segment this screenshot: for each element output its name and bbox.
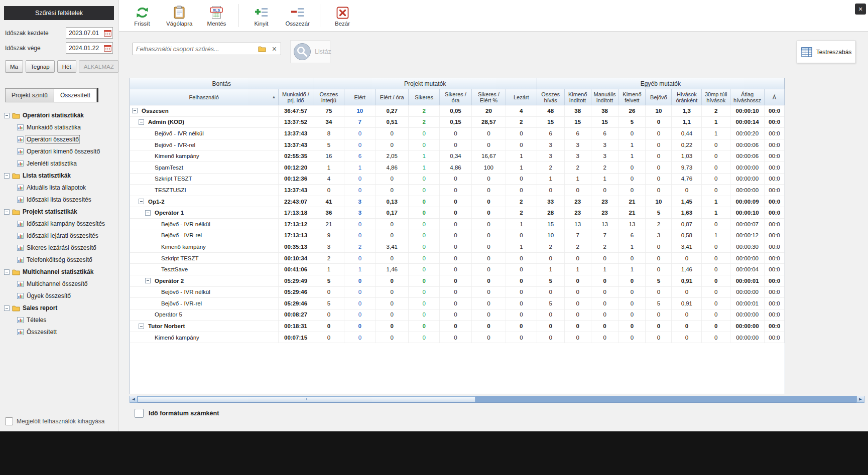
collapse-group-icon[interactable] <box>4 269 10 275</box>
column-header-hivasok-orankent[interactable]: Hívások óránként <box>672 89 702 105</box>
period-start-input[interactable]: 2023.07.01 <box>66 27 113 39</box>
customize-button[interactable]: Testreszabás <box>797 41 856 63</box>
group-filter-input[interactable] <box>133 46 256 53</box>
column-header-sikeres-ora[interactable]: Sikeres / óra <box>440 89 472 105</box>
table-row[interactable]: Bejövő - IVR-rel05:29:465000000500050,91… <box>130 298 785 309</box>
time-format-checkbox[interactable] <box>135 409 144 418</box>
tree-item-idoszaki-lejarati-osszesites[interactable]: Időszaki lejárati összesítés <box>4 230 116 242</box>
quick-button-tegnap[interactable]: Tegnap <box>26 60 55 73</box>
collapse-group-icon[interactable] <box>4 113 10 118</box>
table-row[interactable]: TESZTUSZI13:37:430000000000000000:00:000… <box>130 185 785 196</box>
table-row[interactable]: Szkript TESZT00:12:364000000111004,76000… <box>130 174 785 185</box>
collapse-group-icon[interactable] <box>4 173 10 179</box>
column-header-felhasznalo[interactable]: Felhasználó▲ <box>130 89 279 105</box>
calendar-icon[interactable] <box>104 45 111 52</box>
toolbar-button-frissit[interactable]: Frissít <box>130 5 154 27</box>
tab-osszesitett[interactable]: Összesített <box>54 88 97 102</box>
column-header-sikeres-elert[interactable]: Sikeres / Elért % <box>472 89 506 105</box>
tree-group-sales-report[interactable]: Sales report <box>4 302 116 314</box>
tree-item-operatori-kimeno-osszesito[interactable]: Operátori kimenő összesítő <box>4 145 116 157</box>
tree-group-operatori-statisztikak[interactable]: Operátori statisztikák <box>4 109 116 121</box>
collapse-row-icon[interactable] <box>145 278 151 283</box>
tree-item-ugyek-osszesito[interactable]: Ügyek összesítő <box>4 290 116 302</box>
tree-item-sikeres-lezarasi-osszesito[interactable]: Sikeres lezárási összesítő <box>4 242 116 254</box>
tree-item-idoszaki-lista-osszesites[interactable]: Időszaki lista összesítés <box>4 194 116 206</box>
tree-item-aktualis-lista-allapotok[interactable]: Aktuális lista állapotok <box>4 182 116 194</box>
column-header-bejovo[interactable]: Bejövő <box>646 89 672 105</box>
collapse-row-icon[interactable] <box>139 199 144 204</box>
column-header-30mp-tuli-hivasok[interactable]: 30mp túli hívások <box>702 89 730 105</box>
table-row[interactable]: Kimenő kampány00:35:13323,410001222103,4… <box>130 241 785 253</box>
column-header-elert[interactable]: Elért <box>344 89 376 105</box>
scrollbar-track[interactable] <box>138 396 856 403</box>
tree-item-operatori-osszesito[interactable]: Operátori összesítő <box>4 133 116 145</box>
column-header-osszes-hivas[interactable]: Összes hívás <box>537 89 565 105</box>
horizontal-scrollbar[interactable]: ◀ ▶ <box>130 396 864 403</box>
tree-item-multichannel-osszesito[interactable]: Multichannel összesítő <box>4 278 116 290</box>
list-button[interactable]: Listáz <box>290 40 330 63</box>
column-header-kimeno-felvett[interactable]: Kimenő felvett <box>619 89 646 105</box>
column-header-a[interactable]: Á <box>765 89 785 105</box>
tree-item-jelenleti-statisztika[interactable]: Jelenléti statisztika <box>4 157 116 170</box>
collapse-row-icon[interactable] <box>139 119 144 125</box>
quick-button-alkalmaz[interactable]: ALKALMAZ <box>79 60 119 73</box>
toolbar-button-vagolapra[interactable]: Vágólapra <box>166 5 192 27</box>
tree-item-teteles[interactable]: Tételes <box>4 314 116 326</box>
table-row[interactable]: SpamTeszt00:12:20114,8614,861001222009,7… <box>130 162 785 174</box>
table-row[interactable]: Bejövő - IVR nélkül13:37:438000000666000… <box>130 128 785 139</box>
table-row[interactable]: Kimenő kampány02:55:351662,0510,3416,671… <box>130 150 785 162</box>
clear-filter-button[interactable]: × <box>268 43 281 55</box>
cell-kimeno-inditott: 0 <box>565 298 591 309</box>
collapse-row-icon[interactable] <box>139 324 144 329</box>
toolbar-button-osszezar[interactable]: Összezár <box>285 5 310 27</box>
toolbar-button-kinyit[interactable]: Kinyit <box>249 5 273 27</box>
table-row[interactable]: Admin (KOD)13:37:523470,5120,1528,572151… <box>130 117 785 128</box>
table-row[interactable]: Operátor 117:13:183630,1700022823232151,… <box>130 207 785 219</box>
collapse-group-icon[interactable] <box>4 305 10 311</box>
scroll-left-button[interactable]: ◀ <box>130 396 138 403</box>
table-row[interactable]: Bejövő - IVR nélkül05:29:460000000000000… <box>130 287 785 298</box>
column-header-manualis-inditott[interactable]: Manuális indított <box>591 89 619 105</box>
column-header-munkaido-prj-ido[interactable]: Munkaidő / prj. idő <box>279 89 314 105</box>
toolbar-button-mentes[interactable]: XLSMentés <box>204 5 228 27</box>
column-header-osszes-interju[interactable]: Összes interjú <box>313 89 344 105</box>
exclude-marked-users-checkbox[interactable] <box>5 417 13 425</box>
table-row[interactable]: Bejövő - IVR-rel13:37:435000000333100,22… <box>130 139 785 151</box>
collapse-row-icon[interactable] <box>145 210 151 216</box>
tab-projekt-szintu[interactable]: Projekt szintű <box>5 88 54 102</box>
table-row[interactable]: Bejövő - IVR-rel17:13:1390000001077630,5… <box>130 230 785 242</box>
period-end-input[interactable]: 2024.01.22 <box>66 42 113 54</box>
quick-button-het[interactable]: Hét <box>57 60 76 73</box>
tree-group-lista-statisztikak[interactable]: Lista statisztikák <box>4 170 116 182</box>
table-row[interactable]: Szkript TESZT00:10:342000000000000000:00… <box>130 253 785 264</box>
table-row[interactable]: Bejövő - IVR nélkül17:13:122100000115131… <box>130 219 785 230</box>
column-header-sikeres[interactable]: Sikeres <box>409 89 440 105</box>
tree-group-multichannel-statisztikak[interactable]: Multichannel statisztikák <box>4 266 116 278</box>
column-header-kimeno-inditott[interactable]: Kimenő indított <box>565 89 591 105</box>
tree-item-telefonkoltseg-osszesito[interactable]: Telefonköltség összesítő <box>4 254 116 266</box>
table-row[interactable]: Összesen36:47:5775100,2720,0520448383826… <box>130 105 785 117</box>
collapse-group-icon[interactable] <box>4 209 10 215</box>
table-row[interactable]: Tutor Norbert00:18:310000000000000000:00… <box>130 321 785 332</box>
folder-browse-button[interactable] <box>256 43 268 55</box>
table-row[interactable]: Kimenő kampány00:07:150000000000000000:0… <box>130 332 785 344</box>
table-row[interactable]: Operátor 205:29:495000000500050,91000:00… <box>130 275 785 287</box>
column-header-atlag-hivashossz[interactable]: Átlag híváshossz <box>730 89 765 105</box>
calendar-icon[interactable] <box>104 30 111 37</box>
column-header-lezart[interactable]: Lezárt <box>506 89 537 105</box>
table-row[interactable]: TesztSave00:41:06111,460000111101,46000:… <box>130 264 785 275</box>
tree-item-idoszaki-kampany-osszesites[interactable]: Időszaki kampány összesítés <box>4 218 116 230</box>
cell-sikeres: 0 <box>409 219 440 230</box>
collapse-row-icon[interactable] <box>132 108 138 113</box>
tree-item-osszesitett[interactable]: Összesített <box>4 326 116 338</box>
scrollbar-thumb[interactable] <box>138 396 475 402</box>
scroll-right-button[interactable]: ▶ <box>856 396 864 403</box>
toolbar-button-bezar[interactable]: Bezár <box>330 5 354 27</box>
column-header-elert-ora[interactable]: Elért / óra <box>376 89 409 105</box>
quick-button-ma[interactable]: Ma <box>5 60 23 73</box>
window-close-button[interactable]: × <box>855 4 866 15</box>
tree-group-projekt-statisztikak[interactable]: Projekt statisztikák <box>4 206 116 218</box>
table-row[interactable]: Op1-222:43:074130,13000233232321101,4510… <box>130 196 785 208</box>
tree-item-munkaido-statisztika[interactable]: Munkaidő statisztika <box>4 121 116 133</box>
table-row[interactable]: Operátor 500:08:270000000000000000:00:00… <box>130 309 785 321</box>
